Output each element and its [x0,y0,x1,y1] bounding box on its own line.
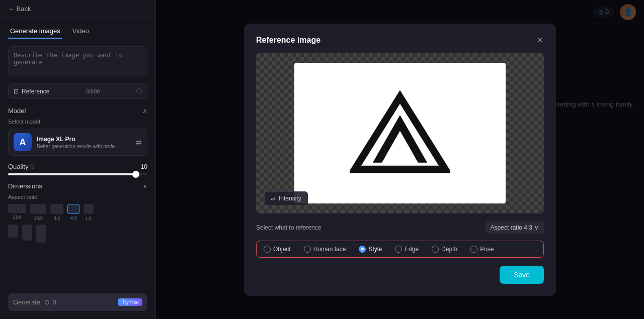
save-button[interactable]: Save [500,266,544,284]
aspect-4-3[interactable]: 4:3 [67,204,79,221]
aspect-16-9[interactable]: 16:9 [30,204,46,221]
radio-option-object[interactable]: Object [259,243,296,255]
radio-circle-human-face [304,246,311,253]
sidebar: ← Back Generate images Video ⊡ Reference… [0,0,156,319]
radio-label-pose: Pose [480,246,494,253]
reference-count: 0/800 [86,88,100,94]
quality-info-icon: ⓘ [30,163,35,170]
quality-label: Quality ⓘ [8,163,35,170]
tab-generate-images[interactable]: Generate images [8,24,62,39]
model-chevron-icon: ∧ [142,107,147,115]
radio-label-edge: Edge [405,246,419,253]
radio-circle-style [359,246,366,253]
image-preview-area: ⇌ Intensity [256,53,544,214]
dropdown-chevron-icon: ∨ [534,224,539,231]
radio-circle-edge [395,246,402,253]
generate-icon: ⊙ [44,298,50,306]
aspect-3-2[interactable]: 3:2 [50,204,63,221]
intensity-label: Intensity [279,195,301,202]
modal-footer: Save [256,266,544,284]
model-name: Image XL Pro [37,136,131,143]
radio-circle-object [264,246,271,253]
logo-svg [350,88,450,178]
aspect-label-3-2: 3:2 [54,216,60,221]
radio-label-style: Style [368,246,382,253]
generate-button[interactable]: Generate ⊙ 0 Try free [8,293,147,311]
aspect-box-p3 [36,225,46,243]
aspect-box-16-9 [30,204,46,214]
aspect-box-21-9 [8,204,26,213]
modal-title: Reference image [256,36,320,45]
reference-image-modal: Reference image ✕ [244,24,556,296]
radio-circle-depth [432,246,439,253]
sidebar-header: ← Back [0,0,155,18]
aspect-ratio-grid-row2 [8,225,147,244]
model-swap-icon[interactable]: ⇄ [136,138,142,146]
quality-slider[interactable] [8,173,147,175]
quality-value: 10 [141,163,147,170]
radio-option-edge[interactable]: Edge [390,243,424,255]
reference-icon: ⊡ [14,88,19,95]
image-inner [294,63,506,203]
aspect-portrait-1[interactable] [8,225,18,244]
aspect-ratio-grid: 21:9 16:9 3:2 4:3 1:1 [8,204,147,221]
select-model-label: Select model [8,119,147,125]
aspect-box-1-1 [84,204,94,214]
aspect-label-1-1: 1:1 [86,216,92,221]
try-free-badge: Try free [118,298,142,306]
model-section-title: Model ∧ [8,107,147,115]
back-button[interactable]: ← Back [8,5,31,13]
slider-fill [8,173,133,175]
model-card[interactable]: A Image XL Pro Better generation results… [8,129,147,156]
aspect-label-4-3: 4:3 [70,216,77,221]
info-icon: ⓘ [136,87,142,95]
aspect-box-4-3 [67,204,79,214]
dimensions-label: Dimensions [8,182,42,190]
tab-video[interactable]: Video [70,24,91,39]
reference-label: Reference [22,88,49,95]
quality-row: Quality ⓘ 10 [8,163,147,170]
radio-option-pose[interactable]: Pose [465,243,499,255]
modal-close-button[interactable]: ✕ [536,36,544,45]
radio-label-depth: Depth [441,246,457,253]
aspect-1-1[interactable]: 1:1 [84,204,94,221]
reference-left: ⊡ Reference [14,88,49,95]
model-desc: Better generation results with profe... [37,144,131,149]
reference-row: ⊡ Reference 0/800 ⓘ [8,83,147,99]
radio-label-human-face: Human face [313,246,346,253]
dimensions-row: Dimensions ∧ [8,182,147,190]
model-icon: A [14,133,32,151]
aspect-box-3-2 [50,204,63,214]
radio-circle-pose [470,246,477,253]
aspect-ratio-dropdown[interactable]: Aspect ratio 4:3 ∨ [486,222,544,234]
radio-option-human-face[interactable]: Human face [299,243,351,255]
aspect-box-p1 [8,225,18,238]
aspect-ratio-value: Aspect ratio 4:3 [491,224,532,231]
dimensions-chevron-icon: ∧ [143,183,147,190]
radio-option-depth[interactable]: Depth [427,243,462,255]
modal-header: Reference image ✕ [256,36,544,45]
sidebar-tabs: Generate images Video [0,18,155,39]
aspect-label-16-9: 16:9 [34,216,43,221]
main-area: ◎ 0 👤 arm, natural outdoor setting with … [156,0,644,319]
aspect-box-p2 [22,225,32,241]
sliders-icon: ⇌ [271,195,276,202]
reference-options-row: Select what to reference Aspect ratio 4:… [256,222,544,234]
aspect-ratio-label: Aspect ratio [8,194,147,200]
prompt-input[interactable] [8,46,147,76]
sidebar-content: ⊡ Reference 0/800 ⓘ Model ∧ Select model… [0,39,155,255]
reference-options-label: Select what to reference [256,224,321,231]
model-info: Image XL Pro Better generation results w… [37,136,131,149]
radio-options-group: Object Human face Style Edge Depth [256,241,544,258]
slider-thumb[interactable] [132,171,139,178]
radio-option-style[interactable]: Style [354,243,387,255]
generate-label: Generate ⊙ 0 [13,298,56,306]
radio-label-object: Object [273,246,291,253]
aspect-21-9[interactable]: 21:9 [8,204,26,221]
aspect-portrait-3[interactable] [36,225,46,244]
intensity-button[interactable]: ⇌ Intensity [264,191,308,205]
aspect-portrait-2[interactable] [22,225,32,244]
aspect-label-21-9: 21:9 [13,215,22,220]
